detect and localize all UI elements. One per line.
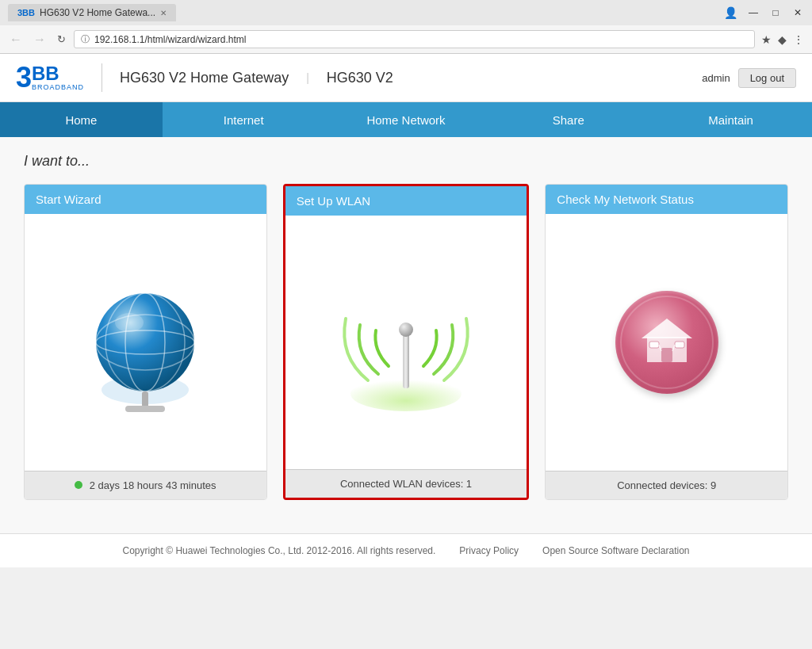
set-up-wlan-card-body: [285, 216, 527, 469]
browser-nav-right: ★ ◆ ⋮: [760, 32, 806, 48]
main-content: I want to... Start Wizard: [0, 137, 812, 533]
start-wizard-card[interactable]: Start Wizard: [24, 184, 267, 500]
svg-rect-16: [649, 342, 659, 348]
tab-close-icon[interactable]: ✕: [160, 9, 167, 17]
address-bar[interactable]: ⓘ 192.168.1.1/html/wizard/wizard.html: [74, 30, 755, 48]
svg-marker-13: [642, 319, 692, 338]
logo-area: 3 BB BROADBAND HG630 V2 Home Gateway | H…: [16, 63, 393, 92]
network-status-icon: [615, 291, 718, 394]
logo-bb-group: BB BROADBAND: [32, 64, 84, 91]
user-icon: 👤: [724, 6, 737, 19]
privacy-policy-link[interactable]: Privacy Policy: [459, 545, 519, 556]
section-title: I want to...: [24, 153, 788, 170]
forward-button[interactable]: →: [30, 31, 49, 48]
svg-rect-8: [142, 391, 148, 407]
svg-rect-14: [647, 337, 687, 362]
nav-item-internet[interactable]: Internet: [163, 102, 325, 137]
admin-label: admin: [702, 72, 730, 84]
reload-button[interactable]: ↻: [54, 32, 69, 47]
header-right: admin Log out: [702, 68, 796, 88]
lock-icon: ⓘ: [81, 33, 90, 45]
tab-favicon: 3BB: [17, 8, 35, 17]
house-network-svg: [635, 315, 699, 370]
close-button[interactable]: ✕: [791, 6, 804, 19]
logo-3bb: 3 BB BROADBAND: [16, 63, 84, 92]
svg-point-2: [96, 293, 194, 391]
globe-svg: [90, 287, 201, 414]
svg-rect-15: [661, 348, 672, 362]
nav-item-home-network[interactable]: Home Network: [325, 102, 488, 137]
check-network-status-card-footer: Connected devices: 9: [546, 471, 787, 499]
logo-bb-text: BB: [32, 64, 84, 83]
check-network-status-card[interactable]: Check My Network Status: [545, 184, 788, 500]
logo-broadband-text: BROADBAND: [32, 83, 84, 91]
bookmark-icon[interactable]: ★: [760, 32, 773, 48]
main-nav: Home Internet Home Network Share Maintai…: [0, 102, 812, 137]
svg-line-19: [672, 345, 675, 351]
logo-divider: [102, 63, 102, 92]
page: 3 BB BROADBAND HG630 V2 Home Gateway | H…: [0, 54, 812, 567]
start-wizard-card-header: Start Wizard: [25, 185, 266, 214]
open-source-link[interactable]: Open Source Software Declaration: [542, 545, 689, 556]
svg-rect-17: [675, 342, 684, 348]
start-wizard-card-footer: 2 days 18 hours 43 minutes: [25, 471, 266, 499]
svg-point-7: [115, 313, 144, 332]
title-bar-left: 3BB HG630 V2 Home Gatewa... ✕: [8, 4, 176, 21]
svg-point-12: [399, 323, 413, 337]
set-up-wlan-card-footer: Connected WLAN devices: 1: [285, 469, 527, 498]
status-dot-icon: [75, 481, 82, 489]
maximize-button[interactable]: □: [769, 6, 782, 19]
title-divider: |: [306, 71, 309, 84]
wlan-antenna-svg: [335, 263, 477, 422]
extensions-icon[interactable]: ◆: [776, 32, 788, 48]
check-network-status-card-header: Check My Network Status: [546, 185, 787, 214]
gateway-model: HG630 V2: [327, 70, 393, 86]
site-footer: Copyright © Huawei Technologies Co., Ltd…: [0, 533, 812, 567]
nav-item-share[interactable]: Share: [487, 102, 649, 137]
svg-rect-11: [403, 333, 409, 388]
cards-row: Start Wizard: [24, 184, 788, 500]
globe-icon: [90, 287, 201, 398]
address-text: 192.168.1.1/html/wizard/wizard.html: [94, 34, 246, 45]
set-up-wlan-card-header: Set Up WLAN: [285, 186, 527, 216]
start-wizard-card-body: [25, 214, 266, 471]
browser-tab[interactable]: 3BB HG630 V2 Home Gatewa... ✕: [8, 4, 176, 21]
logo-3: 3: [16, 63, 32, 92]
back-button[interactable]: ←: [6, 31, 25, 48]
tab-title: HG630 V2 Home Gatewa...: [40, 7, 155, 18]
title-bar: 3BB HG630 V2 Home Gatewa... ✕ 👤 — □ ✕: [0, 0, 812, 25]
minimize-button[interactable]: —: [747, 6, 760, 19]
gateway-title: HG630 V2 Home Gateway: [120, 70, 289, 86]
browser-chrome: 3BB HG630 V2 Home Gatewa... ✕ 👤 — □ ✕ ← …: [0, 0, 812, 54]
set-up-wlan-card[interactable]: Set Up WLAN: [283, 184, 530, 500]
svg-rect-9: [125, 406, 165, 412]
logout-button[interactable]: Log out: [738, 68, 796, 88]
window-controls: 👤 — □ ✕: [724, 6, 804, 19]
site-header: 3 BB BROADBAND HG630 V2 Home Gateway | H…: [0, 54, 812, 102]
svg-line-18: [659, 345, 661, 351]
browser-nav-bar: ← → ↻ ⓘ 192.168.1.1/html/wizard/wizard.h…: [0, 25, 812, 54]
nav-item-home[interactable]: Home: [0, 102, 163, 137]
check-network-status-card-body: [546, 214, 787, 471]
nav-item-maintain[interactable]: Maintain: [649, 102, 812, 137]
menu-icon[interactable]: ⋮: [791, 32, 806, 48]
copyright-text: Copyright © Huawei Technologies Co., Ltd…: [123, 545, 436, 556]
